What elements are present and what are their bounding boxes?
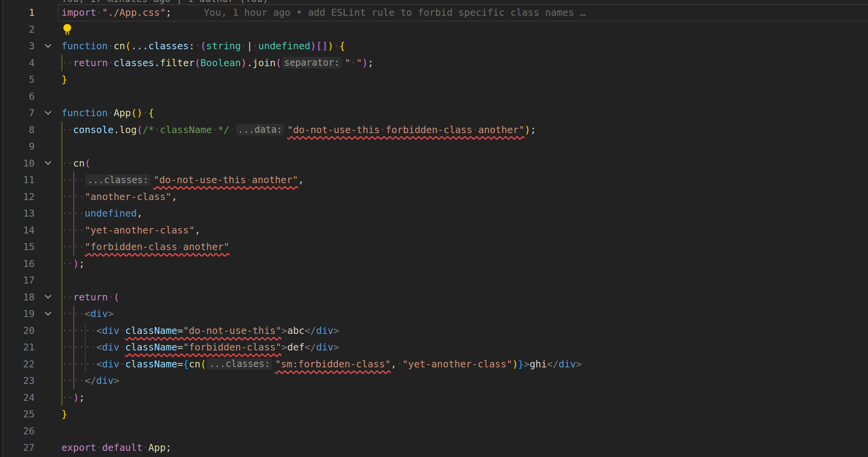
- code-line-23[interactable]: 23····</div>: [0, 372, 868, 389]
- code-token: ): [512, 359, 518, 370]
- code-token: }: [518, 359, 524, 370]
- code-content[interactable]: ··);: [58, 258, 868, 269]
- line-number[interactable]: 20: [0, 325, 38, 336]
- code-line-7[interactable]: 7function·App()·{: [0, 105, 868, 122]
- fold-chevron[interactable]: [38, 311, 58, 317]
- fold-chevron[interactable]: [38, 294, 58, 300]
- code-line-21[interactable]: 21······<div·className="forbidden-class"…: [0, 339, 868, 356]
- fold-chevron[interactable]: [38, 43, 58, 49]
- code-content[interactable]: export·default·App;: [58, 442, 868, 453]
- line-number[interactable]: 3: [0, 40, 38, 52]
- code-line-2[interactable]: 2: [0, 21, 868, 38]
- line-number[interactable]: 21: [0, 342, 38, 353]
- whitespace-dot: ·: [143, 107, 148, 118]
- code-line-19[interactable]: 19····<div>: [0, 305, 868, 322]
- fold-chevron[interactable]: [38, 110, 58, 116]
- code-line-26[interactable]: 26: [0, 423, 868, 440]
- code-line-12[interactable]: 12····"another-class",: [0, 188, 868, 205]
- code-line-1[interactable]: 1import·"./App.css";You, 1 hour ago • ad…: [0, 4, 868, 21]
- code-token: ;: [79, 258, 85, 269]
- line-number[interactable]: 17: [0, 275, 38, 286]
- code-content[interactable]: ··cn(: [58, 158, 868, 169]
- code-token: ··: [62, 392, 73, 403]
- code-token: /*·className·*/: [143, 124, 229, 135]
- code-token: ······: [62, 325, 96, 336]
- chevron-down-icon: [44, 160, 52, 166]
- code-line-8[interactable]: 8··console.log(/*·className·*/·...data:"…: [0, 122, 868, 138]
- line-number[interactable]: 24: [0, 392, 38, 403]
- code-content[interactable]: ····"forbidden-class·another": [58, 241, 868, 252]
- code-editor[interactable]: You, 17 minutes ago | 1 author (You) 1im…: [0, 0, 868, 457]
- line-number[interactable]: 12: [0, 191, 38, 202]
- code-content[interactable]: import·"./App.css";You, 1 hour ago • add…: [58, 7, 868, 18]
- line-number[interactable]: 9: [0, 141, 38, 152]
- code-line-18[interactable]: 18··return·(: [0, 289, 868, 306]
- code-line-9[interactable]: 9: [0, 138, 868, 155]
- line-number[interactable]: 26: [0, 425, 38, 437]
- code-line-20[interactable]: 20······<div·className="do-not-use-this"…: [0, 322, 868, 339]
- whitespace-dot: ·: [62, 392, 67, 403]
- code-line-27[interactable]: 27export·default·App;: [0, 439, 868, 456]
- line-number[interactable]: 19: [0, 308, 38, 319]
- git-blame-annotation[interactable]: You, 1 hour ago • add ESLint rule to for…: [204, 7, 585, 18]
- code-line-15[interactable]: 15····"forbidden-class·another": [0, 239, 868, 255]
- code-content[interactable]: function·cn(...classes:·(string·|·undefi…: [58, 40, 868, 52]
- lightbulb-icon[interactable]: [62, 23, 72, 35]
- code-line-24[interactable]: 24··);: [0, 389, 868, 406]
- code-content[interactable]: ····"yet-another-class",: [58, 225, 868, 236]
- line-number[interactable]: 1: [0, 7, 38, 18]
- code-content[interactable]: ····undefined,: [58, 208, 868, 219]
- line-number[interactable]: 10: [0, 158, 38, 169]
- code-content[interactable]: }: [58, 74, 868, 85]
- code-line-11[interactable]: 11····...classes:"do-not-use-this·anothe…: [0, 172, 868, 188]
- line-number[interactable]: 16: [0, 258, 38, 269]
- code-content[interactable]: ······<div·className="forbidden-class">d…: [58, 342, 868, 353]
- line-number[interactable]: 14: [0, 225, 38, 236]
- code-line-14[interactable]: 14····"yet-another-class",: [0, 222, 868, 239]
- code-line-22[interactable]: 22······<div·className={cn(...classes:"s…: [0, 356, 868, 373]
- code-line-17[interactable]: 17: [0, 272, 868, 289]
- code-content[interactable]: ······<div·className={cn(...classes:"sm:…: [58, 358, 868, 370]
- whitespace-dot: ·: [62, 158, 67, 169]
- fold-chevron[interactable]: [38, 160, 58, 166]
- code-token: classes: [114, 57, 154, 68]
- line-number[interactable]: 22: [0, 359, 38, 370]
- code-line-13[interactable]: 13····undefined,: [0, 205, 868, 222]
- code-content[interactable]: ····...classes:"do-not-use-this·another"…: [58, 174, 868, 186]
- code-line-6[interactable]: 6: [0, 88, 868, 105]
- code-line-5[interactable]: 5}: [0, 71, 868, 88]
- code-content[interactable]: ····<div>: [58, 308, 868, 319]
- code-line-25[interactable]: 25}: [0, 406, 868, 423]
- code-line-3[interactable]: 3function·cn(...classes:·(string·|·undef…: [0, 38, 868, 55]
- line-number[interactable]: 4: [0, 57, 38, 68]
- line-number[interactable]: 2: [0, 24, 38, 35]
- line-number[interactable]: 25: [0, 409, 38, 420]
- line-number[interactable]: 13: [0, 208, 38, 219]
- code-content[interactable]: }: [58, 409, 868, 420]
- code-content[interactable]: [58, 23, 868, 35]
- line-number[interactable]: 6: [0, 91, 38, 102]
- code-content[interactable]: ··console.log(/*·className·*/·...data:"d…: [58, 124, 868, 135]
- code-content[interactable]: ····"another-class",: [58, 191, 868, 202]
- line-number[interactable]: 23: [0, 375, 38, 386]
- whitespace-dot: ·: [253, 40, 258, 52]
- code-line-16[interactable]: 16··);: [0, 255, 868, 272]
- whitespace-dot: ·: [79, 208, 85, 219]
- line-number[interactable]: 18: [0, 292, 38, 303]
- line-number[interactable]: 27: [0, 442, 38, 453]
- code-content[interactable]: ······<div·className="do-not-use-this">a…: [58, 325, 868, 336]
- code-content[interactable]: ··return·(: [58, 292, 868, 303]
- line-number[interactable]: 7: [0, 107, 38, 118]
- line-number[interactable]: 8: [0, 124, 38, 135]
- codelens-annotation[interactable]: You, 17 minutes ago | 1 author (You): [62, 0, 523, 4]
- line-number[interactable]: 11: [0, 174, 38, 185]
- code-line-4[interactable]: 4··return·classes.filter(Boolean).join(s…: [0, 55, 868, 72]
- code-content[interactable]: ····</div>: [58, 375, 868, 386]
- code-content[interactable]: function·App()·{: [58, 107, 868, 118]
- code-content[interactable]: ··return·classes.filter(Boolean).join(se…: [58, 57, 868, 68]
- line-number[interactable]: 5: [0, 74, 38, 85]
- line-number[interactable]: 15: [0, 241, 38, 252]
- code-token: ...classes: [131, 40, 189, 52]
- code-line-10[interactable]: 10··cn(: [0, 155, 868, 172]
- code-content[interactable]: ··);: [58, 392, 868, 403]
